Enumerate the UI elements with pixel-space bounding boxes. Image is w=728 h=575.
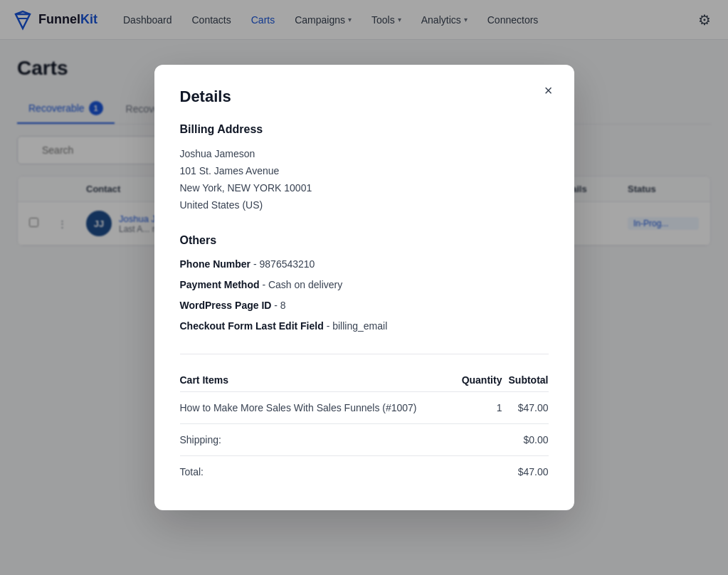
modal-close-button[interactable]: × — [537, 79, 560, 102]
billing-country: United States (US) — [180, 197, 549, 214]
address-block: Joshua Jameson 101 St. James Avenue New … — [180, 146, 549, 213]
billing-address1: 101 St. James Avenue — [180, 163, 549, 180]
billing-city-state-zip: New York, NEW YORK 10001 — [180, 180, 549, 197]
others-title: Others — [180, 234, 549, 247]
billing-name: Joshua Jameson — [180, 146, 549, 163]
billing-title: Billing Address — [180, 123, 549, 136]
billing-section: Billing Address Joshua Jameson 101 St. J… — [180, 123, 549, 213]
modal-overlay: Details × Billing Address Joshua Jameson… — [0, 0, 728, 263]
details-modal: Details × Billing Address Joshua Jameson… — [154, 65, 574, 263]
phone-value: 9876543210 — [260, 258, 315, 263]
others-section: Others Phone Number - 9876543210 Payment… — [180, 234, 549, 263]
modal-title: Details — [180, 88, 549, 106]
phone-row: Phone Number - 9876543210 — [180, 257, 549, 263]
